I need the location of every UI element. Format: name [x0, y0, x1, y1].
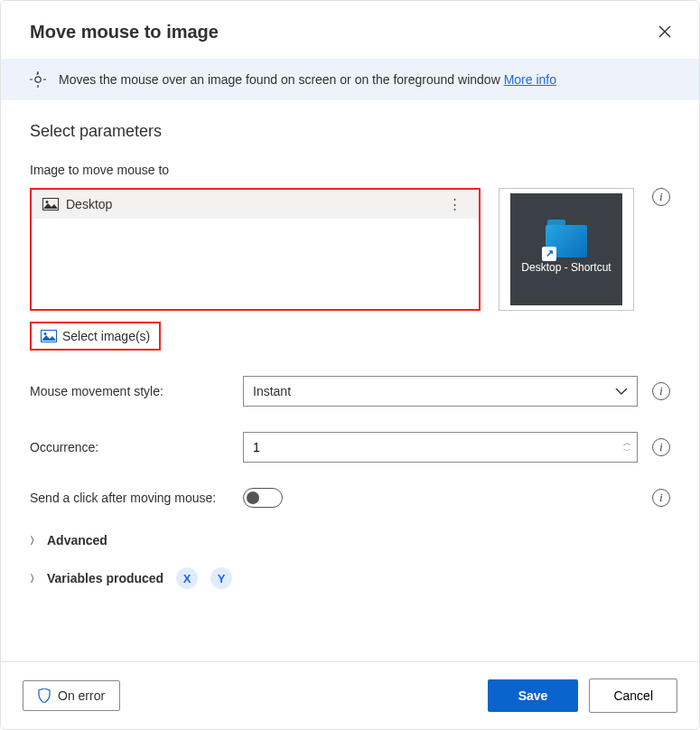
svg-point-2 — [35, 77, 41, 82]
picture-icon — [41, 330, 57, 342]
send-click-toggle[interactable] — [243, 488, 283, 508]
mouse-style-label: Mouse movement style: — [30, 384, 229, 398]
variables-label: Variables produced — [47, 571, 163, 585]
save-button[interactable]: Save — [488, 679, 579, 712]
shield-icon — [38, 688, 51, 703]
dialog-title: Move mouse to image — [30, 22, 219, 42]
variables-expander[interactable]: 〉 Variables produced X Y — [30, 567, 670, 589]
close-button[interactable] — [652, 19, 677, 44]
image-list-item[interactable]: Desktop ⋮ — [32, 190, 479, 219]
section-heading: Select parameters — [30, 122, 670, 141]
image-list[interactable]: Desktop ⋮ — [30, 188, 481, 311]
mouse-target-icon — [30, 71, 46, 88]
more-info-link[interactable]: More info — [504, 72, 556, 87]
variable-y-pill[interactable]: Y — [210, 567, 232, 589]
cancel-button[interactable]: Cancel — [589, 679, 677, 713]
picture-icon — [42, 198, 59, 211]
occurrence-input[interactable]: ︿ ﹀ — [243, 432, 638, 463]
shortcut-arrow-icon: ↗ — [542, 247, 556, 261]
info-icon[interactable]: i — [652, 489, 670, 507]
occurrence-label: Occurrence: — [30, 440, 229, 454]
close-icon — [658, 25, 671, 38]
select-images-label: Select image(s) — [62, 329, 150, 343]
occurrence-field[interactable] — [244, 433, 623, 462]
spin-down[interactable]: ﹀ — [623, 447, 631, 455]
mouse-style-value: Instant — [253, 384, 291, 398]
on-error-label: On error — [58, 688, 105, 703]
banner-text-content: Moves the mouse over an image found on s… — [59, 72, 504, 87]
image-item-menu[interactable]: ⋮ — [443, 200, 468, 209]
info-icon[interactable]: i — [652, 188, 670, 206]
on-error-button[interactable]: On error — [23, 680, 120, 711]
image-field-label: Image to move mouse to — [30, 163, 670, 177]
info-icon[interactable]: i — [652, 382, 670, 400]
info-banner: Moves the mouse over an image found on s… — [1, 59, 699, 100]
mouse-style-select[interactable]: Instant — [243, 376, 638, 407]
advanced-expander[interactable]: 〉 Advanced — [30, 533, 670, 548]
image-preview: ↗ Desktop - Shortcut — [499, 188, 634, 311]
variable-x-pill[interactable]: X — [176, 567, 198, 589]
info-icon[interactable]: i — [652, 438, 670, 456]
folder-icon: ↗ — [546, 225, 587, 257]
select-images-button[interactable]: Select image(s) — [30, 322, 161, 351]
advanced-label: Advanced — [47, 533, 107, 548]
chevron-right-icon: 〉 — [30, 572, 40, 585]
chevron-down-icon — [615, 388, 628, 395]
send-click-label: Send a click after moving mouse: — [30, 491, 229, 505]
svg-point-6 — [44, 332, 47, 335]
chevron-right-icon: 〉 — [30, 534, 40, 548]
image-item-label: Desktop — [66, 197, 112, 211]
banner-text: Moves the mouse over an image found on s… — [59, 72, 556, 87]
preview-caption: Desktop - Shortcut — [521, 261, 611, 275]
svg-point-4 — [46, 201, 49, 203]
